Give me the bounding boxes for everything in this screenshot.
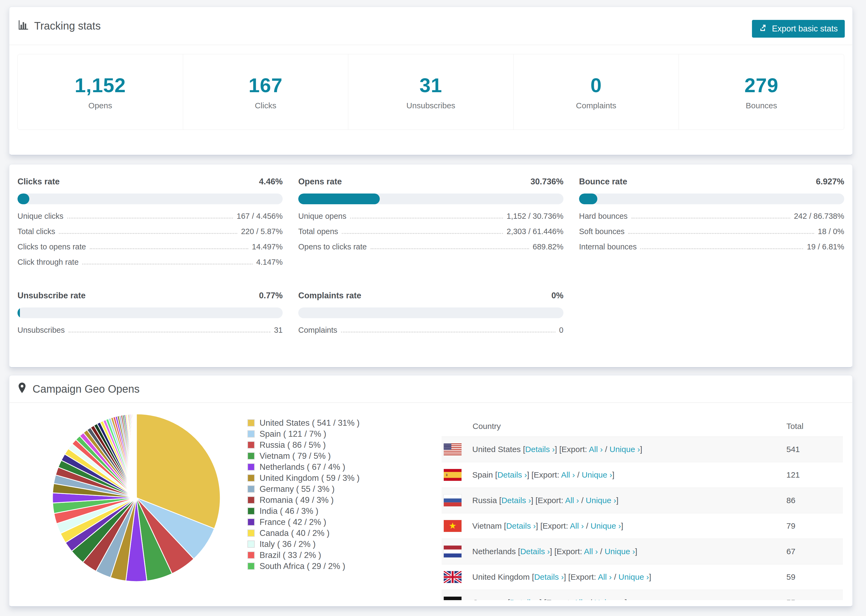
geo-title: Campaign Geo Opens	[33, 383, 140, 395]
export-icon	[759, 23, 768, 35]
rate-row: Unique clicks167 / 4.456%	[17, 212, 283, 220]
flag-vn-icon	[444, 520, 461, 532]
legend-item-russia[interactable]: Russia ( 86 / 5% )	[247, 439, 360, 451]
dotted-leader	[350, 218, 503, 218]
rate-row-value: 31	[274, 326, 283, 334]
flag-nl-icon	[444, 545, 461, 558]
total-cell: 541	[786, 445, 843, 454]
legend-item-canada[interactable]: Canada ( 40 / 2% )	[247, 528, 360, 539]
rate-value: 6.927%	[816, 177, 844, 187]
legend-label: France ( 42 / 2% )	[260, 517, 326, 527]
rate-row: Soft bounces18 / 0%	[579, 228, 844, 236]
export-prefix: Export:	[534, 470, 559, 479]
rate-row-value: 242 / 86.738%	[794, 212, 844, 220]
rate-row-label: Soft bounces	[579, 228, 625, 236]
geo-legend: United States ( 541 / 31% )Spain ( 121 /…	[247, 417, 360, 572]
dotted-leader	[69, 332, 270, 332]
stat-label: Bounces	[746, 101, 777, 110]
stat-box-bounces: 279Bounces	[679, 54, 844, 130]
export-button-label: Export basic stats	[772, 24, 838, 34]
geo-opens-card: Campaign Geo Opens United States ( 541 /…	[9, 375, 853, 607]
rate-row-label: Unique opens	[298, 212, 346, 220]
legend-item-united-states[interactable]: United States ( 541 / 31% )	[247, 417, 360, 428]
export-unique-link[interactable]: Unique ›	[586, 496, 616, 505]
export-basic-stats-button[interactable]: Export basic stats	[752, 20, 845, 38]
legend-label: Brazil ( 33 / 2% )	[260, 550, 321, 560]
export-all-link[interactable]: All ›	[570, 522, 584, 530]
rate-row-label: Total opens	[298, 228, 338, 236]
total-cell: 121	[786, 470, 843, 479]
legend-item-spain[interactable]: Spain ( 121 / 7% )	[247, 428, 360, 439]
legend-item-netherlands[interactable]: Netherlands ( 67 / 4% )	[247, 462, 360, 473]
legend-label: Netherlands ( 67 / 4% )	[260, 462, 345, 472]
geo-table-row-ru: Russia [Details ›] [Export: All › / Uniq…	[442, 487, 843, 513]
rate-row: Total clicks220 / 5.87%	[17, 228, 283, 236]
rate-row: Complaints0	[298, 326, 564, 334]
dotted-leader	[90, 248, 248, 249]
legend-swatch	[247, 475, 255, 482]
legend-swatch	[247, 419, 255, 426]
flag-es-icon	[444, 469, 461, 481]
legend-item-brazil[interactable]: Brazil ( 33 / 2% )	[247, 550, 360, 561]
total-cell: 67	[786, 547, 843, 556]
legend-label: India ( 46 / 3% )	[260, 506, 318, 516]
export-all-link[interactable]: All ›	[565, 496, 579, 505]
rates-grid: Clicks rate4.46%Unique clicks167 / 4.456…	[9, 165, 852, 354]
details-link[interactable]: Details ›	[520, 547, 550, 556]
export-all-link[interactable]: All ›	[598, 572, 612, 581]
geo-opens-header: Campaign Geo Opens	[9, 376, 852, 403]
rate-head: Bounce rate6.927%	[579, 177, 844, 187]
legend-item-india[interactable]: India ( 46 / 3% )	[247, 506, 360, 517]
progress-bar	[579, 193, 844, 204]
legend-swatch	[247, 464, 255, 471]
export-unique-link[interactable]: Unique ›	[619, 572, 649, 581]
legend-label: Russia ( 86 / 5% )	[260, 440, 326, 450]
dotted-leader	[631, 218, 790, 218]
stat-label: Opens	[88, 101, 112, 110]
rate-row: Internal bounces19 / 6.81%	[579, 243, 844, 251]
export-all-link[interactable]: All ›	[589, 445, 603, 454]
legend-item-italy[interactable]: Italy ( 36 / 2% )	[247, 539, 360, 550]
legend-label: Vietnam ( 79 / 5% )	[260, 451, 331, 461]
details-link[interactable]: Details ›	[497, 470, 527, 479]
progress-bar-fill	[17, 308, 20, 318]
legend-swatch	[247, 563, 255, 570]
legend-item-romania[interactable]: Romania ( 49 / 3% )	[247, 495, 360, 506]
dotted-leader	[67, 218, 233, 218]
legend-swatch	[247, 519, 255, 526]
export-all-link[interactable]: All ›	[561, 470, 575, 479]
details-link[interactable]: Details ›	[525, 445, 555, 454]
legend-label: United States ( 541 / 31% )	[260, 418, 360, 428]
legend-item-united-kingdom[interactable]: United Kingdom ( 59 / 3% )	[247, 473, 360, 484]
stat-box-complaints: 0Complaints	[513, 54, 679, 130]
details-link[interactable]: Details ›	[506, 522, 536, 530]
export-unique-link[interactable]: Unique ›	[605, 547, 635, 556]
details-link[interactable]: Details ›	[534, 572, 564, 581]
rate-row-label: Unsubscribes	[17, 326, 65, 334]
export-unique-link[interactable]: Unique ›	[582, 470, 612, 479]
progress-bar	[298, 193, 564, 204]
rate-value: 4.46%	[259, 177, 283, 187]
legend-item-germany[interactable]: Germany ( 55 / 3% )	[247, 484, 360, 495]
rates-card: Clicks rate4.46%Unique clicks167 / 4.456…	[9, 164, 853, 368]
rate-title: Opens rate	[298, 177, 342, 187]
rate-row-value: 167 / 4.456%	[237, 212, 283, 220]
tracking-stats-card: Tracking stats Export basic stats 1,152O…	[9, 6, 853, 156]
stat-value: 1,152	[75, 74, 126, 97]
rate-row-value: 19 / 6.81%	[807, 243, 844, 251]
export-unique-link[interactable]: Unique ›	[609, 445, 640, 454]
legend-item-france[interactable]: France ( 42 / 2% )	[247, 517, 360, 528]
export-unique-link[interactable]: Unique ›	[590, 522, 621, 530]
legend-swatch	[247, 430, 255, 438]
country-name: Russia	[472, 496, 497, 505]
details-link[interactable]: Details ›	[501, 496, 531, 505]
progress-bar-fill	[579, 193, 597, 204]
export-all-link[interactable]: All ›	[584, 547, 598, 556]
country-name: United States	[472, 445, 521, 454]
legend-item-south-africa[interactable]: South Africa ( 29 / 2% )	[247, 561, 360, 572]
legend-item-vietnam[interactable]: Vietnam ( 79 / 5% )	[247, 451, 360, 462]
legend-swatch	[247, 508, 255, 515]
rate-block-clicks-rate: Clicks rate4.46%Unique clicks167 / 4.456…	[17, 177, 283, 273]
rate-row-label: Internal bounces	[579, 243, 636, 251]
geo-table-row-us: United States [Details ›] [Export: All ›…	[442, 437, 843, 462]
